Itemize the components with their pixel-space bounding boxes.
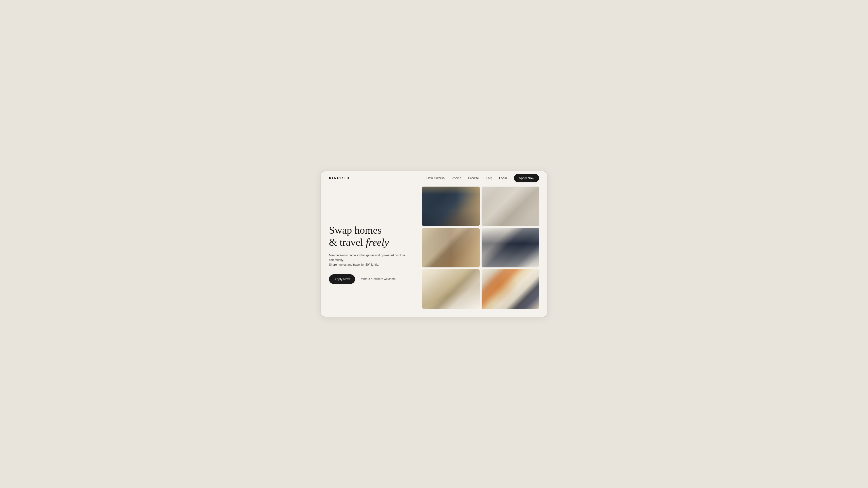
image-kitchen [422,187,479,226]
brand-logo: KINDRED [329,176,350,180]
hero-description-line2: Share homes and travel for $0/nightly. [329,263,379,266]
nav-link-pricing[interactable]: Pricing [452,176,461,180]
hero-heading-italic: freely [366,237,389,248]
hero-apply-button[interactable]: Apply Now [329,274,355,284]
hero-secondary-text: Renters & owners welcome [360,277,396,281]
image-bright-living [422,269,479,309]
image-grid [422,185,539,309]
image-colorful-living [482,269,539,309]
nav-item-pricing[interactable]: Pricing [452,176,461,180]
nav-item-apply[interactable]: Apply Now [514,176,539,180]
nav-item-how-it-works[interactable]: How it works [426,176,444,180]
nav-link-how-it-works[interactable]: How it works [426,176,444,180]
image-bedroom [482,228,539,267]
hero-description: Members-only home exchange network, powe… [329,253,408,267]
nav-links: How it works Pricing Browse FAQ Login Ap… [426,176,539,180]
main-content: Swap homes & travel freely Members-only … [321,185,547,317]
hero-heading-line1: Swap homes [329,225,382,236]
nav-link-browse[interactable]: Browse [468,176,479,180]
hero-actions: Apply Now Renters & owners welcome [329,274,417,284]
nav-link-faq[interactable]: FAQ [486,176,492,180]
image-hammock [482,187,539,226]
hero-section: Swap homes & travel freely Members-only … [329,185,417,309]
navbar: KINDRED How it works Pricing Browse FAQ … [321,171,547,185]
nav-item-login[interactable]: Login [499,176,507,180]
hero-description-line1: Members-only home exchange network, powe… [329,254,405,262]
nav-item-faq[interactable]: FAQ [486,176,492,180]
nav-link-login[interactable]: Login [499,176,507,180]
nav-item-browse[interactable]: Browse [468,176,479,180]
page-wrapper: KINDRED How it works Pricing Browse FAQ … [254,156,614,332]
nav-apply-button[interactable]: Apply Now [514,174,539,183]
hero-heading-line2: & travel [329,237,366,248]
browser-window: KINDRED How it works Pricing Browse FAQ … [320,171,548,317]
image-living-modern [422,228,479,267]
hero-heading: Swap homes & travel freely [329,224,417,248]
